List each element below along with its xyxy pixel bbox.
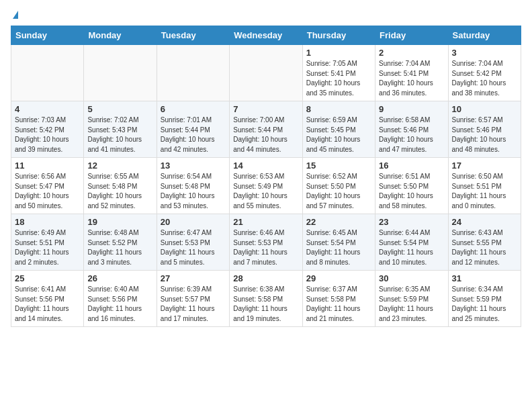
day-info: Sunrise: 6:55 AM Sunset: 5:48 PM Dayligh… <box>87 172 152 211</box>
day-number: 19 <box>87 217 152 227</box>
calendar-cell <box>84 45 157 101</box>
calendar-cell: 14Sunrise: 6:53 AM Sunset: 5:49 PM Dayli… <box>230 158 302 214</box>
day-number: 29 <box>306 273 371 283</box>
calendar-cell: 10Sunrise: 6:57 AM Sunset: 5:46 PM Dayli… <box>448 101 521 158</box>
day-info: Sunrise: 6:52 AM Sunset: 5:50 PM Dayligh… <box>306 172 371 211</box>
day-number: 17 <box>452 161 517 171</box>
calendar-cell <box>11 45 84 101</box>
day-number: 31 <box>452 273 517 283</box>
calendar-cell: 20Sunrise: 6:47 AM Sunset: 5:53 PM Dayli… <box>157 214 229 271</box>
calendar-cell: 30Sunrise: 6:35 AM Sunset: 5:59 PM Dayli… <box>375 271 448 327</box>
day-number: 20 <box>161 217 226 227</box>
logo-triangle-icon <box>13 11 18 19</box>
day-info: Sunrise: 6:54 AM Sunset: 5:48 PM Dayligh… <box>161 172 226 211</box>
day-info: Sunrise: 6:34 AM Sunset: 5:59 PM Dayligh… <box>452 285 517 324</box>
calendar-week-row: 1Sunrise: 7:05 AM Sunset: 5:41 PM Daylig… <box>11 45 521 101</box>
calendar-day-header: Friday <box>375 26 448 45</box>
calendar-cell: 5Sunrise: 7:02 AM Sunset: 5:43 PM Daylig… <box>84 101 157 158</box>
day-info: Sunrise: 7:03 AM Sunset: 5:42 PM Dayligh… <box>15 116 80 154</box>
day-number: 16 <box>379 161 444 171</box>
calendar-cell: 27Sunrise: 6:39 AM Sunset: 5:57 PM Dayli… <box>157 271 229 327</box>
day-number: 8 <box>306 104 371 114</box>
calendar-week-row: 18Sunrise: 6:49 AM Sunset: 5:51 PM Dayli… <box>11 214 521 271</box>
day-info: Sunrise: 6:50 AM Sunset: 5:51 PM Dayligh… <box>452 172 517 211</box>
day-number: 22 <box>306 217 371 227</box>
calendar-cell: 4Sunrise: 7:03 AM Sunset: 5:42 PM Daylig… <box>11 101 84 158</box>
day-info: Sunrise: 6:53 AM Sunset: 5:49 PM Dayligh… <box>233 172 298 211</box>
day-info: Sunrise: 7:04 AM Sunset: 5:41 PM Dayligh… <box>379 59 444 98</box>
day-number: 10 <box>452 104 517 114</box>
day-info: Sunrise: 6:47 AM Sunset: 5:53 PM Dayligh… <box>161 228 226 267</box>
calendar-cell: 23Sunrise: 6:44 AM Sunset: 5:54 PM Dayli… <box>375 214 448 271</box>
calendar-cell: 17Sunrise: 6:50 AM Sunset: 5:51 PM Dayli… <box>448 158 521 214</box>
calendar-cell: 16Sunrise: 6:51 AM Sunset: 5:50 PM Dayli… <box>375 158 448 214</box>
calendar-day-header: Tuesday <box>157 26 229 45</box>
day-info: Sunrise: 6:49 AM Sunset: 5:51 PM Dayligh… <box>15 228 80 267</box>
day-info: Sunrise: 6:57 AM Sunset: 5:46 PM Dayligh… <box>452 116 517 154</box>
day-number: 21 <box>233 217 298 227</box>
calendar-cell: 13Sunrise: 6:54 AM Sunset: 5:48 PM Dayli… <box>157 158 229 214</box>
calendar-cell: 28Sunrise: 6:38 AM Sunset: 5:58 PM Dayli… <box>230 271 302 327</box>
calendar-week-row: 4Sunrise: 7:03 AM Sunset: 5:42 PM Daylig… <box>11 101 521 158</box>
calendar-day-header: Monday <box>84 26 157 45</box>
calendar-cell: 8Sunrise: 6:59 AM Sunset: 5:45 PM Daylig… <box>302 101 375 158</box>
day-number: 2 <box>379 48 444 58</box>
day-number: 9 <box>379 104 444 114</box>
day-number: 25 <box>15 273 80 283</box>
calendar-cell: 15Sunrise: 6:52 AM Sunset: 5:50 PM Dayli… <box>302 158 375 214</box>
day-info: Sunrise: 6:38 AM Sunset: 5:58 PM Dayligh… <box>233 285 298 324</box>
day-info: Sunrise: 6:46 AM Sunset: 5:53 PM Dayligh… <box>233 228 298 267</box>
day-number: 23 <box>379 217 444 227</box>
day-info: Sunrise: 7:02 AM Sunset: 5:43 PM Dayligh… <box>87 116 152 154</box>
day-info: Sunrise: 6:58 AM Sunset: 5:46 PM Dayligh… <box>379 116 444 154</box>
day-number: 5 <box>87 104 152 114</box>
day-number: 7 <box>233 104 298 114</box>
day-info: Sunrise: 6:41 AM Sunset: 5:56 PM Dayligh… <box>15 285 80 324</box>
day-info: Sunrise: 7:05 AM Sunset: 5:41 PM Dayligh… <box>306 59 371 98</box>
calendar-day-header: Thursday <box>302 26 375 45</box>
calendar-cell: 18Sunrise: 6:49 AM Sunset: 5:51 PM Dayli… <box>11 214 84 271</box>
calendar-cell: 19Sunrise: 6:48 AM Sunset: 5:52 PM Dayli… <box>84 214 157 271</box>
day-info: Sunrise: 6:43 AM Sunset: 5:55 PM Dayligh… <box>452 228 517 267</box>
calendar-cell: 11Sunrise: 6:56 AM Sunset: 5:47 PM Dayli… <box>11 158 84 214</box>
calendar-cell: 2Sunrise: 7:04 AM Sunset: 5:41 PM Daylig… <box>375 45 448 101</box>
day-number: 26 <box>87 273 152 283</box>
day-info: Sunrise: 6:48 AM Sunset: 5:52 PM Dayligh… <box>87 228 152 267</box>
calendar-cell: 29Sunrise: 6:37 AM Sunset: 5:58 PM Dayli… <box>302 271 375 327</box>
day-number: 15 <box>306 161 371 171</box>
logo <box>11 11 18 20</box>
day-info: Sunrise: 6:51 AM Sunset: 5:50 PM Dayligh… <box>379 172 444 211</box>
day-number: 11 <box>15 161 80 171</box>
day-number: 14 <box>233 161 298 171</box>
calendar-cell: 22Sunrise: 6:45 AM Sunset: 5:54 PM Dayli… <box>302 214 375 271</box>
calendar-week-row: 25Sunrise: 6:41 AM Sunset: 5:56 PM Dayli… <box>11 271 521 327</box>
calendar-cell: 9Sunrise: 6:58 AM Sunset: 5:46 PM Daylig… <box>375 101 448 158</box>
calendar-cell: 26Sunrise: 6:40 AM Sunset: 5:56 PM Dayli… <box>84 271 157 327</box>
day-number: 13 <box>161 161 226 171</box>
calendar-cell <box>157 45 229 101</box>
day-info: Sunrise: 6:59 AM Sunset: 5:45 PM Dayligh… <box>306 116 371 154</box>
calendar-cell: 1Sunrise: 7:05 AM Sunset: 5:41 PM Daylig… <box>302 45 375 101</box>
day-info: Sunrise: 6:39 AM Sunset: 5:57 PM Dayligh… <box>161 285 226 324</box>
calendar-table: SundayMondayTuesdayWednesdayThursdayFrid… <box>11 26 521 327</box>
calendar-header-row: SundayMondayTuesdayWednesdayThursdayFrid… <box>11 26 521 45</box>
day-info: Sunrise: 6:40 AM Sunset: 5:56 PM Dayligh… <box>87 285 152 324</box>
day-number: 30 <box>379 273 444 283</box>
day-number: 3 <box>452 48 517 58</box>
day-number: 6 <box>161 104 226 114</box>
day-number: 18 <box>15 217 80 227</box>
day-info: Sunrise: 6:56 AM Sunset: 5:47 PM Dayligh… <box>15 172 80 211</box>
calendar-cell: 12Sunrise: 6:55 AM Sunset: 5:48 PM Dayli… <box>84 158 157 214</box>
day-info: Sunrise: 6:44 AM Sunset: 5:54 PM Dayligh… <box>379 228 444 267</box>
calendar-week-row: 11Sunrise: 6:56 AM Sunset: 5:47 PM Dayli… <box>11 158 521 214</box>
day-number: 12 <box>87 161 152 171</box>
calendar-cell: 6Sunrise: 7:01 AM Sunset: 5:44 PM Daylig… <box>157 101 229 158</box>
calendar-cell: 31Sunrise: 6:34 AM Sunset: 5:59 PM Dayli… <box>448 271 521 327</box>
day-number: 28 <box>233 273 298 283</box>
day-number: 27 <box>161 273 226 283</box>
day-info: Sunrise: 7:00 AM Sunset: 5:44 PM Dayligh… <box>233 116 298 154</box>
day-info: Sunrise: 7:01 AM Sunset: 5:44 PM Dayligh… <box>161 116 226 154</box>
day-number: 4 <box>15 104 80 114</box>
calendar-cell: 21Sunrise: 6:46 AM Sunset: 5:53 PM Dayli… <box>230 214 302 271</box>
day-info: Sunrise: 7:04 AM Sunset: 5:42 PM Dayligh… <box>452 59 517 98</box>
